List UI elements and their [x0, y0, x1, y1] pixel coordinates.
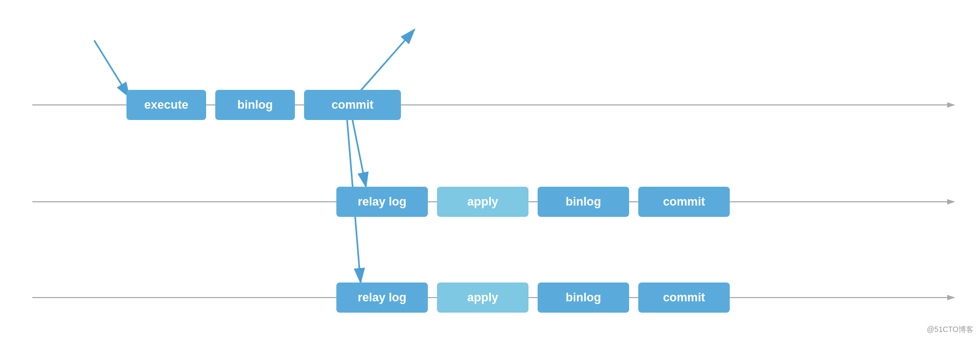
- binlog-box-slave1: binlog: [538, 187, 629, 217]
- svg-line-10: [352, 120, 366, 187]
- svg-marker-1: [947, 102, 955, 108]
- svg-marker-5: [947, 295, 955, 300]
- svg-line-8: [94, 40, 129, 97]
- watermark: @51CTO博客: [927, 325, 974, 335]
- apply-box-slave1: apply: [437, 187, 528, 217]
- relay-log-box-slave2: relay log: [336, 282, 428, 313]
- apply-box-slave2: apply: [437, 282, 528, 313]
- commit-box-slave2: commit: [638, 282, 730, 313]
- svg-line-9: [355, 30, 414, 97]
- execute-box: execute: [126, 90, 206, 120]
- commit-box-master: commit: [304, 90, 401, 120]
- relay-log-box-slave1: relay log: [336, 187, 428, 217]
- diagram-container: execute binlog commit relay log apply bi…: [0, 0, 980, 339]
- binlog-box-master: binlog: [215, 90, 295, 120]
- commit-box-slave1: commit: [638, 187, 730, 217]
- svg-marker-3: [947, 199, 955, 204]
- binlog-box-slave2: binlog: [538, 282, 629, 313]
